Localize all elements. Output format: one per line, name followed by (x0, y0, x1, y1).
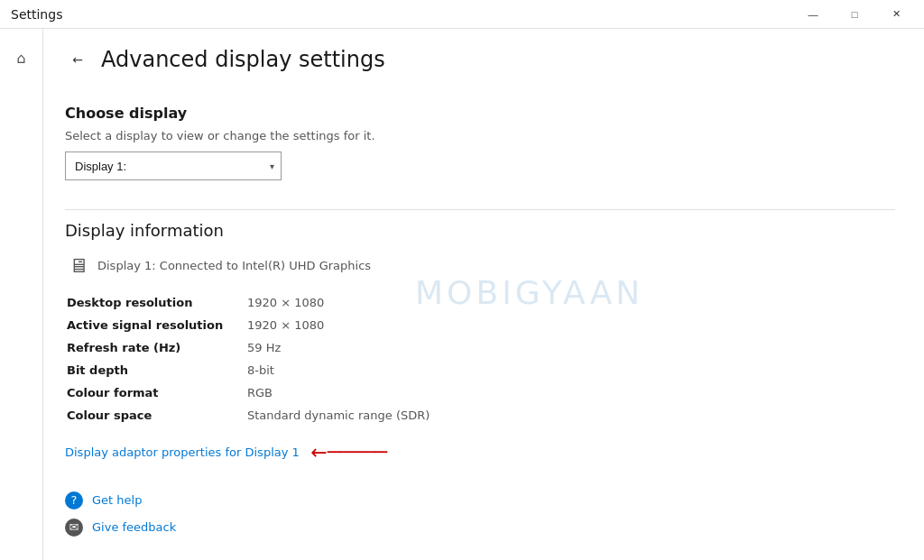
home-button[interactable]: ⌂ (4, 40, 40, 76)
section-divider (65, 209, 895, 210)
info-value: Standard dynamic range (SDR) (245, 404, 534, 427)
maximize-button[interactable]: □ (834, 0, 875, 29)
page-title: Advanced display settings (101, 47, 385, 72)
give-feedback-item[interactable]: ✉ Give feedback (65, 519, 895, 537)
choose-display-heading: Choose display (65, 105, 895, 122)
display-dropdown[interactable]: Display 1: (65, 151, 282, 180)
info-value: 1920 × 1080 (245, 291, 534, 314)
main-content: MOBIGYAAN ← Advanced display settings Ch… (43, 29, 924, 560)
sidebar: ⌂ (0, 29, 43, 560)
device-row: 🖥 Display 1: Connected to Intel(R) UHD G… (65, 254, 895, 277)
get-help-item[interactable]: ? Get help (65, 491, 895, 510)
page-header: ← Advanced display settings (65, 29, 895, 87)
table-row: Desktop resolution1920 × 1080 (65, 291, 534, 314)
info-label: Desktop resolution (65, 291, 245, 314)
content-area: ⌂ MOBIGYAAN ← Advanced display settings … (0, 29, 924, 560)
choose-display-section: Choose display Select a display to view … (65, 105, 895, 202)
help-icon: ? (65, 491, 83, 510)
info-value: 1920 × 1080 (245, 314, 534, 336)
minimize-button[interactable]: — (792, 0, 834, 29)
info-label: Refresh rate (Hz) (65, 336, 245, 359)
info-value: 8-bit (245, 359, 534, 381)
home-icon: ⌂ (16, 50, 25, 67)
adapter-link[interactable]: Display adaptor properties for Display 1 (65, 445, 300, 459)
arrow-indicator-icon: ←───── (310, 441, 387, 464)
monitor-icon: 🖥 (69, 254, 88, 277)
title-bar-left: Settings (11, 7, 62, 22)
get-help-link[interactable]: Get help (92, 493, 142, 507)
info-label: Colour space (65, 404, 245, 427)
feedback-icon: ✉ (65, 519, 83, 537)
info-label: Colour format (65, 381, 245, 404)
info-value: 59 Hz (245, 336, 534, 359)
display-dropdown-wrapper: Display 1: ▾ (65, 151, 282, 180)
info-label: Bit depth (65, 359, 245, 381)
table-row: Active signal resolution1920 × 1080 (65, 314, 534, 336)
close-button[interactable]: ✕ (875, 0, 917, 29)
title-bar-controls: — □ ✕ (792, 0, 917, 29)
title-bar-title: Settings (11, 7, 62, 22)
adapter-link-row: Display adaptor properties for Display 1… (65, 441, 895, 473)
table-row: Colour spaceStandard dynamic range (SDR) (65, 404, 534, 427)
table-row: Colour formatRGB (65, 381, 534, 404)
back-icon: ← (72, 52, 83, 67)
back-button[interactable]: ← (65, 47, 90, 72)
display-info-table: Desktop resolution1920 × 1080Active sign… (65, 291, 534, 427)
table-row: Bit depth8-bit (65, 359, 534, 381)
give-feedback-link[interactable]: Give feedback (92, 520, 176, 534)
info-label: Active signal resolution (65, 314, 245, 336)
device-label: Display 1: Connected to Intel(R) UHD Gra… (97, 259, 371, 272)
choose-display-subtext: Select a display to view or change the s… (65, 129, 895, 142)
display-info-section: Display information 🖥 Display 1: Connect… (65, 221, 895, 473)
display-info-heading: Display information (65, 221, 895, 240)
info-value: RGB (245, 381, 534, 404)
table-row: Refresh rate (Hz)59 Hz (65, 336, 534, 359)
bottom-actions: ? Get help ✉ Give feedback (65, 491, 895, 537)
title-bar: Settings — □ ✕ (0, 0, 924, 29)
